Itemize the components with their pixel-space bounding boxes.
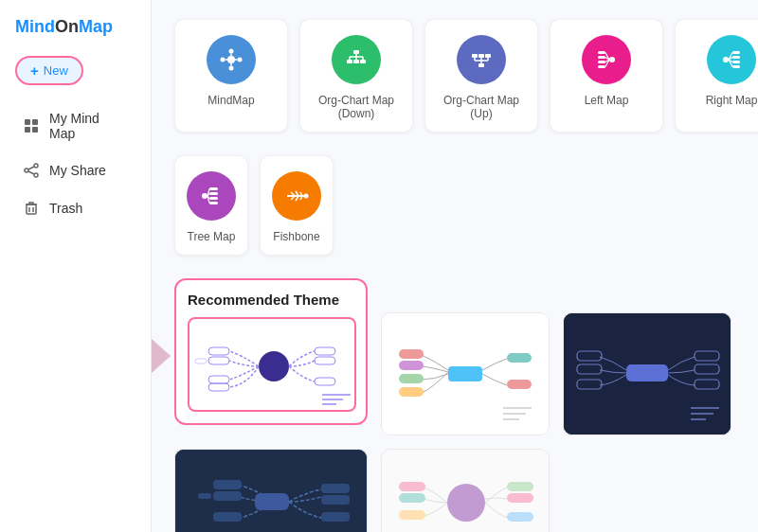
left-map-label: Left Map [585,94,629,107]
new-label: New [44,63,68,78]
new-button[interactable]: + New [15,56,83,85]
svg-rect-45 [598,65,605,68]
svg-rect-61 [209,192,218,195]
svg-rect-116 [321,484,350,493]
my-mind-map-label: My Mind Map [49,111,128,141]
svg-rect-24 [360,60,366,63]
map-card-tree[interactable]: Tree Map [174,155,248,256]
svg-rect-44 [598,61,605,63]
svg-rect-101 [626,364,668,381]
plus-icon: + [30,62,39,79]
map-card-left[interactable]: Left Map [550,19,663,133]
svg-rect-23 [353,60,359,63]
fishbone-label: Fishbone [273,230,319,243]
mindmap-label: MindMap [208,94,254,107]
theme-card-dark-navy[interactable] [174,449,368,532]
svg-rect-84 [315,357,335,364]
svg-point-13 [229,49,234,54]
svg-point-59 [202,193,208,199]
svg-point-124 [447,484,485,522]
org-chart-down-label: Org-Chart Map (Down) [312,94,401,120]
right-map-label: Right Map [706,94,758,107]
svg-rect-92 [399,374,424,383]
svg-rect-52 [732,56,740,59]
svg-point-15 [229,66,234,71]
svg-rect-117 [321,495,350,505]
map-type-grid-row1: MindMap Org-Chart Map (Down) [174,19,735,133]
svg-rect-63 [209,202,218,204]
arrow-indicator [152,335,171,377]
svg-rect-21 [353,50,359,54]
svg-rect-1 [32,119,38,125]
svg-rect-115 [255,493,289,510]
trash-label: Trash [49,201,82,216]
org-chart-down-icon [332,35,381,84]
theme-card-white-classic[interactable] [188,317,356,412]
svg-line-8 [28,171,34,174]
svg-rect-127 [399,510,425,520]
svg-line-7 [28,167,34,169]
theme-card-light-purple[interactable] [381,449,550,532]
svg-point-41 [609,57,615,62]
sidebar: MindOnMap + New My Mind Map My Share [0,0,152,532]
svg-point-6 [34,173,38,177]
svg-point-4 [34,164,38,168]
svg-rect-96 [507,380,532,389]
svg-marker-76 [152,339,171,373]
logo-map: Map [79,17,113,36]
svg-rect-0 [25,119,30,125]
mindmap-icon [207,35,256,84]
svg-rect-79 [208,357,229,364]
org-chart-up-label: Org-Chart Map (Up) [437,94,526,120]
themes-row2 [174,449,735,532]
svg-rect-118 [321,512,350,522]
svg-rect-128 [507,482,533,491]
map-card-mindmap[interactable]: MindMap [174,19,288,133]
svg-point-19 [238,58,243,62]
svg-rect-54 [732,65,740,68]
svg-rect-31 [472,54,478,58]
svg-point-17 [221,58,226,62]
svg-rect-91 [399,349,424,359]
sidebar-item-my-share[interactable]: My Share [8,152,143,188]
svg-rect-129 [507,512,533,522]
theme-card-colorful[interactable] [381,312,550,435]
svg-rect-34 [478,63,484,67]
svg-rect-126 [399,493,425,503]
sidebar-item-trash[interactable]: Trash [8,190,143,226]
svg-point-50 [723,57,729,62]
svg-rect-112 [213,480,242,489]
svg-rect-42 [598,51,605,54]
svg-rect-33 [485,54,491,58]
share-icon [23,162,40,179]
svg-rect-83 [315,347,335,355]
svg-rect-130 [507,493,533,503]
svg-point-12 [227,56,235,63]
svg-rect-62 [209,197,218,200]
sidebar-item-my-mind-map[interactable]: My Mind Map [8,101,143,151]
tree-map-icon [187,171,236,221]
svg-rect-114 [213,512,242,522]
map-card-org-down[interactable]: Org-Chart Map (Down) [299,19,413,133]
map-card-right[interactable]: Right Map [675,19,758,133]
main-content: MindMap Org-Chart Map (Down) [152,0,758,532]
logo-on: On [55,17,79,36]
map-card-fishbone[interactable]: Fishbone [260,155,334,256]
org-chart-up-icon [457,35,506,84]
svg-rect-43 [598,56,605,59]
recommended-wrapper: Recommended Theme [174,278,368,425]
svg-rect-90 [448,366,482,381]
map-type-grid-row2: Tree Map Fishbone [174,155,735,256]
svg-rect-60 [209,187,218,190]
theme-card-dark-blue[interactable] [563,312,731,435]
svg-rect-3 [32,127,38,133]
svg-rect-81 [208,383,229,391]
map-card-org-up[interactable]: Org-Chart Map (Up) [424,19,538,133]
my-share-label: My Share [49,163,106,178]
tree-map-label: Tree Map [188,230,236,243]
svg-rect-22 [347,60,352,63]
fishbone-icon [272,171,321,221]
svg-rect-113 [213,491,242,501]
logo-mind: Mind [15,17,55,36]
left-map-icon [582,35,631,84]
